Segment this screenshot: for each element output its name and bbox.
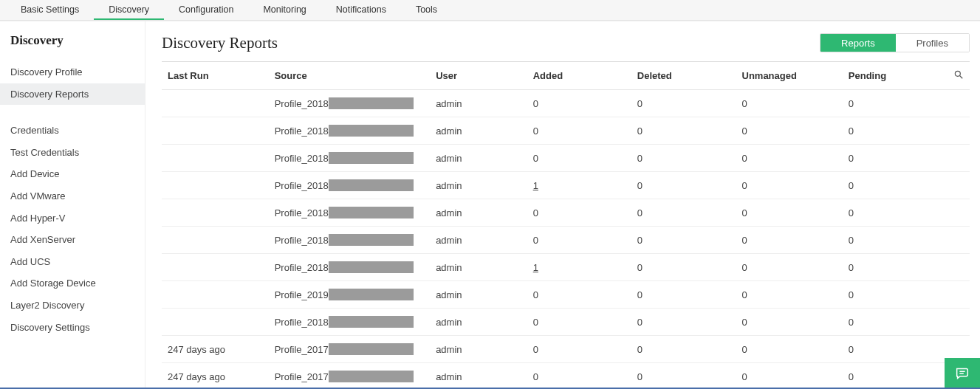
cell-last-run — [162, 281, 269, 309]
content: Discovery Reports Reports Profiles Last … — [145, 21, 980, 389]
cell-pending: 0 — [843, 199, 948, 227]
cell-added[interactable]: 1 — [527, 254, 631, 281]
topnav-tab-configuration[interactable]: Configuration — [164, 0, 248, 20]
cell-unmanaged: 0 — [736, 336, 843, 363]
cell-unmanaged: 0 — [736, 199, 843, 227]
table-row[interactable]: Profile_2018admin0000 — [162, 309, 970, 336]
topnav-tab-notifications[interactable]: Notifications — [321, 0, 401, 20]
cell-spacer — [948, 117, 970, 145]
cell-unmanaged: 0 — [736, 254, 843, 281]
chat-button[interactable] — [945, 358, 980, 389]
table-row[interactable]: Profile_2018admin1000 — [162, 254, 970, 281]
cell-last-run: 247 days ago — [162, 363, 269, 390]
col-search[interactable] — [948, 62, 970, 90]
cell-last-run — [162, 309, 269, 336]
topnav-tab-basic-settings[interactable]: Basic Settings — [6, 0, 94, 20]
cell-spacer — [948, 309, 970, 336]
toggle-reports[interactable]: Reports — [820, 34, 896, 52]
sidebar-item-discovery-settings[interactable]: Discovery Settings — [0, 317, 145, 339]
col-user[interactable]: User — [430, 62, 527, 90]
table-row[interactable]: 247 days agoProfile_2017admin0000 — [162, 336, 970, 363]
cell-pending: 0 — [843, 281, 948, 309]
cell-last-run — [162, 145, 269, 172]
svg-point-0 — [955, 71, 960, 76]
cell-added[interactable]: 1 — [527, 172, 631, 199]
cell-deleted: 0 — [631, 145, 736, 172]
table-row[interactable]: 247 days agoProfile_2017admin0000 — [162, 363, 970, 390]
cell-user: admin — [430, 90, 527, 117]
table-row[interactable]: Profile_2018admin0000 — [162, 117, 970, 145]
toggle-profiles[interactable]: Profiles — [896, 34, 969, 52]
top-nav: Basic SettingsDiscoveryConfigurationMoni… — [0, 0, 980, 21]
table-row[interactable]: Profile_2018admin0000 — [162, 145, 970, 172]
cell-deleted: 0 — [631, 199, 736, 227]
source-prefix: Profile_2018 — [275, 207, 329, 218]
col-added[interactable]: Added — [527, 62, 631, 90]
sidebar-group: Discovery ProfileDiscovery Reports — [0, 57, 145, 109]
cell-pending: 0 — [843, 363, 948, 390]
topnav-tab-discovery[interactable]: Discovery — [94, 0, 164, 20]
cell-user: admin — [430, 199, 527, 227]
sidebar-item-test-credentials[interactable]: Test Credentials — [0, 142, 145, 164]
sidebar-item-discovery-reports[interactable]: Discovery Reports — [0, 83, 145, 106]
search-icon[interactable] — [953, 71, 964, 82]
sidebar-item-layer2-discovery[interactable]: Layer2 Discovery — [0, 295, 145, 317]
cell-user: admin — [430, 363, 527, 390]
source-redacted — [329, 125, 414, 137]
cell-user: admin — [430, 145, 527, 172]
sidebar-item-add-hyper-v[interactable]: Add Hyper-V — [0, 207, 145, 230]
cell-deleted: 0 — [631, 254, 736, 281]
table-header-row: Last Run Source User Added Deleted Unman… — [162, 62, 970, 90]
cell-source: Profile_2019 — [269, 281, 430, 309]
cell-added: 0 — [527, 117, 631, 145]
cell-spacer — [948, 227, 970, 254]
cell-pending: 0 — [843, 254, 948, 281]
table-row[interactable]: Profile_2018admin0000 — [162, 199, 970, 227]
source-prefix: Profile_2018 — [275, 153, 329, 164]
cell-unmanaged: 0 — [736, 363, 843, 390]
table-row[interactable]: Profile_2018admin0000 — [162, 227, 970, 254]
reports-table: Last Run Source User Added Deleted Unman… — [162, 61, 970, 389]
cell-deleted: 0 — [631, 309, 736, 336]
sidebar-item-credentials[interactable]: Credentials — [0, 120, 145, 142]
cell-added: 0 — [527, 199, 631, 227]
cell-source: Profile_2018 — [269, 90, 430, 117]
sidebar-item-add-vmware[interactable]: Add VMware — [0, 185, 145, 207]
source-prefix: Profile_2018 — [275, 262, 329, 273]
sidebar-item-add-storage-device[interactable]: Add Storage Device — [0, 272, 145, 295]
sidebar-title: Discovery — [0, 30, 145, 57]
cell-unmanaged: 0 — [736, 117, 843, 145]
source-prefix: Profile_2018 — [275, 98, 329, 109]
topnav-tab-monitoring[interactable]: Monitoring — [248, 0, 321, 20]
col-unmanaged[interactable]: Unmanaged — [736, 62, 843, 90]
col-last-run[interactable]: Last Run — [162, 62, 269, 90]
cell-added: 0 — [527, 281, 631, 309]
cell-user: admin — [430, 117, 527, 145]
cell-deleted: 0 — [631, 281, 736, 309]
source-redacted — [329, 289, 414, 300]
sidebar-item-add-ucs[interactable]: Add UCS — [0, 251, 145, 273]
cell-added: 0 — [527, 336, 631, 363]
col-source[interactable]: Source — [269, 62, 430, 90]
topnav-tab-tools[interactable]: Tools — [401, 0, 452, 20]
cell-pending: 0 — [843, 117, 948, 145]
cell-unmanaged: 0 — [736, 172, 843, 199]
cell-spacer — [948, 254, 970, 281]
cell-user: admin — [430, 336, 527, 363]
cell-user: admin — [430, 227, 527, 254]
cell-spacer — [948, 281, 970, 309]
table-row[interactable]: Profile_2019admin0000 — [162, 281, 970, 309]
col-deleted[interactable]: Deleted — [631, 62, 736, 90]
main-layout: Discovery Discovery ProfileDiscovery Rep… — [0, 21, 980, 389]
sidebar-item-discovery-profile[interactable]: Discovery Profile — [0, 61, 145, 83]
table-row[interactable]: Profile_2018admin0000 — [162, 90, 970, 117]
sidebar-item-add-xenserver[interactable]: Add XenServer — [0, 229, 145, 251]
sidebar-item-add-device[interactable]: Add Device — [0, 163, 145, 185]
cell-unmanaged: 0 — [736, 309, 843, 336]
source-prefix: Profile_2017 — [275, 344, 329, 355]
table-row[interactable]: Profile_2018admin1000 — [162, 172, 970, 199]
cell-last-run — [162, 199, 269, 227]
view-toggle: Reports Profiles — [820, 33, 970, 52]
cell-user: admin — [430, 172, 527, 199]
col-pending[interactable]: Pending — [843, 62, 948, 90]
